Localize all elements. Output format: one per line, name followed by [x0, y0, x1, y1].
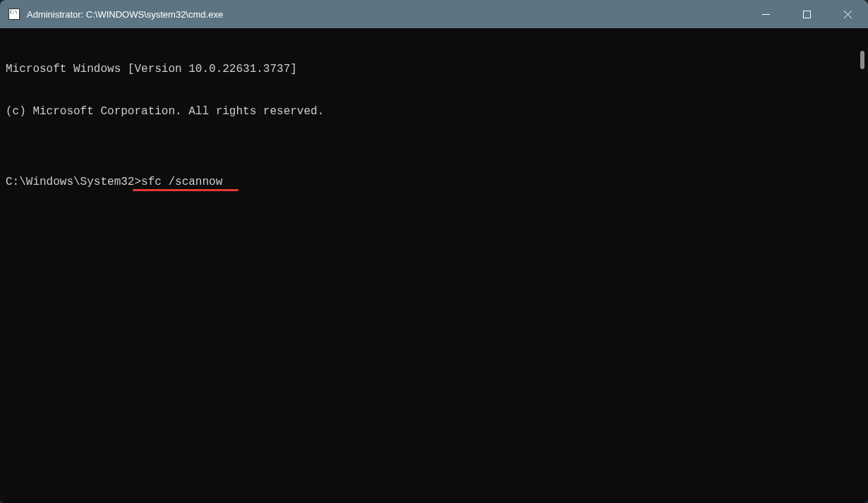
window-title: Administrator: C:\WINDOWS\system32\cmd.e… — [27, 9, 745, 20]
output-line: (c) Microsoft Corporation. All rights re… — [6, 104, 851, 119]
prompt-line: C:\Windows\System32>sfc /scannow — [6, 175, 851, 189]
terminal-content[interactable]: Microsoft Windows [Version 10.0.22631.37… — [0, 28, 857, 503]
titlebar[interactable]: Administrator: C:\WINDOWS\system32\cmd.e… — [0, 0, 868, 28]
maximize-icon — [803, 11, 811, 18]
scrollbar-thumb[interactable] — [860, 51, 864, 69]
close-button[interactable] — [827, 0, 868, 28]
prompt-text: C:\Windows\System32> — [6, 175, 141, 189]
minimize-button[interactable] — [745, 0, 786, 28]
cmd-window: Administrator: C:\WINDOWS\system32\cmd.e… — [0, 0, 868, 503]
window-controls — [745, 0, 868, 28]
svg-rect-1 — [803, 11, 810, 18]
output-line: Microsoft Windows [Version 10.0.22631.37… — [6, 62, 851, 76]
minimize-icon — [762, 11, 770, 18]
red-underline-annotation — [133, 189, 239, 191]
close-icon — [844, 11, 852, 18]
command-text: sfc /scannow — [141, 175, 222, 189]
maximize-button[interactable] — [786, 0, 827, 28]
vertical-scrollbar[interactable] — [857, 28, 868, 503]
cmd-icon — [8, 8, 20, 20]
terminal-body: Microsoft Windows [Version 10.0.22631.37… — [0, 28, 868, 503]
